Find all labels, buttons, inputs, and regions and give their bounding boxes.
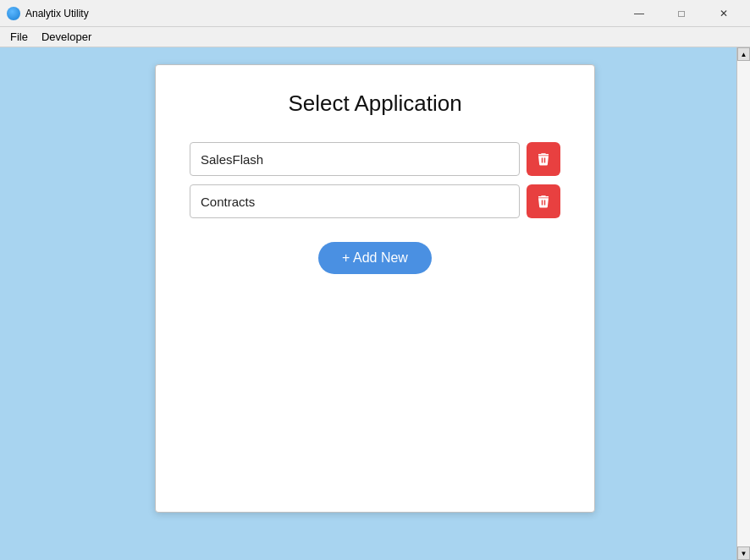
add-new-button[interactable]: + Add New xyxy=(318,242,432,274)
delete-button-salesflash[interactable] xyxy=(527,142,560,176)
menu-item-file[interactable]: File xyxy=(3,27,35,47)
minimize-button[interactable]: — xyxy=(620,0,659,27)
dialog-panel: Select Application xyxy=(155,64,595,513)
delete-button-contracts[interactable] xyxy=(527,184,560,218)
app-row-salesflash xyxy=(190,142,560,176)
maximize-button[interactable]: □ xyxy=(662,0,701,27)
close-button[interactable]: ✕ xyxy=(704,0,743,27)
scrollbar: ▲ ▼ xyxy=(736,47,750,560)
app-name-input-contracts[interactable] xyxy=(190,184,520,218)
main-area: Select Application xyxy=(0,47,750,560)
app-title: Analytix Utility xyxy=(25,8,89,19)
scroll-track xyxy=(737,61,750,546)
app-icon xyxy=(7,7,20,20)
title-bar: Analytix Utility — □ ✕ xyxy=(0,0,750,27)
scroll-up-button[interactable]: ▲ xyxy=(737,47,750,61)
dialog-title: Select Application xyxy=(288,91,461,117)
title-bar-controls: — □ ✕ xyxy=(620,0,743,27)
app-row-contracts xyxy=(190,184,560,218)
title-bar-left: Analytix Utility xyxy=(7,7,89,20)
menu-bar: File Developer xyxy=(0,27,750,47)
trash-icon xyxy=(536,151,551,167)
scroll-down-button[interactable]: ▼ xyxy=(737,546,750,560)
app-name-input-salesflash[interactable] xyxy=(190,142,520,176)
trash-icon xyxy=(536,194,551,209)
menu-item-developer[interactable]: Developer xyxy=(35,27,98,47)
app-list xyxy=(190,142,560,218)
